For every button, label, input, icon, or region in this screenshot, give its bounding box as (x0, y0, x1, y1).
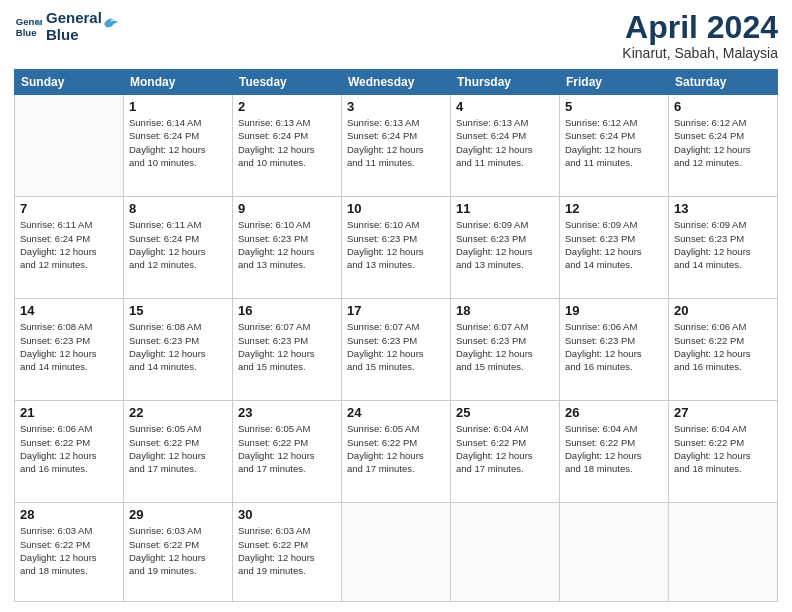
day-info: Sunrise: 6:05 AM Sunset: 6:22 PM Dayligh… (238, 422, 336, 475)
calendar-table: Sunday Monday Tuesday Wednesday Thursday… (14, 69, 778, 602)
day-number: 7 (20, 201, 118, 216)
day-number: 9 (238, 201, 336, 216)
logo: General Blue General Blue (14, 10, 120, 43)
calendar-cell (451, 503, 560, 602)
day-number: 16 (238, 303, 336, 318)
day-info: Sunrise: 6:06 AM Sunset: 6:22 PM Dayligh… (20, 422, 118, 475)
main-title: April 2024 (622, 10, 778, 45)
col-tuesday: Tuesday (233, 70, 342, 95)
day-number: 2 (238, 99, 336, 114)
day-number: 6 (674, 99, 772, 114)
logo-blue: Blue (46, 27, 102, 44)
day-info: Sunrise: 6:04 AM Sunset: 6:22 PM Dayligh… (456, 422, 554, 475)
day-info: Sunrise: 6:12 AM Sunset: 6:24 PM Dayligh… (674, 116, 772, 169)
day-info: Sunrise: 6:09 AM Sunset: 6:23 PM Dayligh… (456, 218, 554, 271)
day-info: Sunrise: 6:04 AM Sunset: 6:22 PM Dayligh… (674, 422, 772, 475)
subtitle: Kinarut, Sabah, Malaysia (622, 45, 778, 61)
calendar-cell: 12Sunrise: 6:09 AM Sunset: 6:23 PM Dayli… (560, 197, 669, 299)
day-info: Sunrise: 6:07 AM Sunset: 6:23 PM Dayligh… (456, 320, 554, 373)
col-wednesday: Wednesday (342, 70, 451, 95)
day-number: 30 (238, 507, 336, 522)
day-number: 20 (674, 303, 772, 318)
calendar-cell: 22Sunrise: 6:05 AM Sunset: 6:22 PM Dayli… (124, 401, 233, 503)
day-info: Sunrise: 6:05 AM Sunset: 6:22 PM Dayligh… (129, 422, 227, 475)
header: General Blue General Blue April 2024 Kin… (14, 10, 778, 61)
calendar-cell: 6Sunrise: 6:12 AM Sunset: 6:24 PM Daylig… (669, 95, 778, 197)
day-info: Sunrise: 6:12 AM Sunset: 6:24 PM Dayligh… (565, 116, 663, 169)
calendar-cell: 27Sunrise: 6:04 AM Sunset: 6:22 PM Dayli… (669, 401, 778, 503)
calendar-cell: 9Sunrise: 6:10 AM Sunset: 6:23 PM Daylig… (233, 197, 342, 299)
calendar-cell: 10Sunrise: 6:10 AM Sunset: 6:23 PM Dayli… (342, 197, 451, 299)
day-number: 27 (674, 405, 772, 420)
day-number: 19 (565, 303, 663, 318)
calendar-cell: 15Sunrise: 6:08 AM Sunset: 6:23 PM Dayli… (124, 299, 233, 401)
day-number: 4 (456, 99, 554, 114)
day-number: 17 (347, 303, 445, 318)
day-info: Sunrise: 6:13 AM Sunset: 6:24 PM Dayligh… (238, 116, 336, 169)
calendar-cell: 30Sunrise: 6:03 AM Sunset: 6:22 PM Dayli… (233, 503, 342, 602)
day-info: Sunrise: 6:11 AM Sunset: 6:24 PM Dayligh… (129, 218, 227, 271)
day-number: 26 (565, 405, 663, 420)
calendar-cell (669, 503, 778, 602)
calendar-cell: 26Sunrise: 6:04 AM Sunset: 6:22 PM Dayli… (560, 401, 669, 503)
calendar-cell: 20Sunrise: 6:06 AM Sunset: 6:22 PM Dayli… (669, 299, 778, 401)
calendar-cell: 28Sunrise: 6:03 AM Sunset: 6:22 PM Dayli… (15, 503, 124, 602)
calendar-cell: 24Sunrise: 6:05 AM Sunset: 6:22 PM Dayli… (342, 401, 451, 503)
logo-icon: General Blue (14, 13, 42, 41)
calendar-cell: 11Sunrise: 6:09 AM Sunset: 6:23 PM Dayli… (451, 197, 560, 299)
day-number: 12 (565, 201, 663, 216)
day-info: Sunrise: 6:11 AM Sunset: 6:24 PM Dayligh… (20, 218, 118, 271)
calendar-cell: 2Sunrise: 6:13 AM Sunset: 6:24 PM Daylig… (233, 95, 342, 197)
day-number: 18 (456, 303, 554, 318)
day-number: 24 (347, 405, 445, 420)
calendar-cell (15, 95, 124, 197)
col-friday: Friday (560, 70, 669, 95)
calendar-cell: 7Sunrise: 6:11 AM Sunset: 6:24 PM Daylig… (15, 197, 124, 299)
day-info: Sunrise: 6:09 AM Sunset: 6:23 PM Dayligh… (674, 218, 772, 271)
calendar-cell: 3Sunrise: 6:13 AM Sunset: 6:24 PM Daylig… (342, 95, 451, 197)
day-info: Sunrise: 6:07 AM Sunset: 6:23 PM Dayligh… (238, 320, 336, 373)
day-number: 14 (20, 303, 118, 318)
day-info: Sunrise: 6:05 AM Sunset: 6:22 PM Dayligh… (347, 422, 445, 475)
day-info: Sunrise: 6:10 AM Sunset: 6:23 PM Dayligh… (347, 218, 445, 271)
day-info: Sunrise: 6:03 AM Sunset: 6:22 PM Dayligh… (20, 524, 118, 577)
day-number: 23 (238, 405, 336, 420)
day-number: 3 (347, 99, 445, 114)
day-info: Sunrise: 6:14 AM Sunset: 6:24 PM Dayligh… (129, 116, 227, 169)
logo-bird-icon (102, 14, 120, 32)
day-number: 11 (456, 201, 554, 216)
calendar-cell: 21Sunrise: 6:06 AM Sunset: 6:22 PM Dayli… (15, 401, 124, 503)
col-monday: Monday (124, 70, 233, 95)
day-info: Sunrise: 6:08 AM Sunset: 6:23 PM Dayligh… (20, 320, 118, 373)
calendar-cell: 8Sunrise: 6:11 AM Sunset: 6:24 PM Daylig… (124, 197, 233, 299)
calendar-cell: 19Sunrise: 6:06 AM Sunset: 6:23 PM Dayli… (560, 299, 669, 401)
col-saturday: Saturday (669, 70, 778, 95)
day-number: 5 (565, 99, 663, 114)
day-info: Sunrise: 6:07 AM Sunset: 6:23 PM Dayligh… (347, 320, 445, 373)
calendar-cell: 18Sunrise: 6:07 AM Sunset: 6:23 PM Dayli… (451, 299, 560, 401)
day-info: Sunrise: 6:13 AM Sunset: 6:24 PM Dayligh… (456, 116, 554, 169)
day-info: Sunrise: 6:04 AM Sunset: 6:22 PM Dayligh… (565, 422, 663, 475)
day-number: 8 (129, 201, 227, 216)
calendar-cell (560, 503, 669, 602)
day-info: Sunrise: 6:03 AM Sunset: 6:22 PM Dayligh… (129, 524, 227, 577)
day-info: Sunrise: 6:10 AM Sunset: 6:23 PM Dayligh… (238, 218, 336, 271)
col-thursday: Thursday (451, 70, 560, 95)
title-block: April 2024 Kinarut, Sabah, Malaysia (622, 10, 778, 61)
day-number: 22 (129, 405, 227, 420)
day-info: Sunrise: 6:03 AM Sunset: 6:22 PM Dayligh… (238, 524, 336, 577)
calendar-cell: 14Sunrise: 6:08 AM Sunset: 6:23 PM Dayli… (15, 299, 124, 401)
day-info: Sunrise: 6:13 AM Sunset: 6:24 PM Dayligh… (347, 116, 445, 169)
page: General Blue General Blue April 2024 Kin… (0, 0, 792, 612)
calendar-cell: 13Sunrise: 6:09 AM Sunset: 6:23 PM Dayli… (669, 197, 778, 299)
calendar-cell: 1Sunrise: 6:14 AM Sunset: 6:24 PM Daylig… (124, 95, 233, 197)
day-info: Sunrise: 6:09 AM Sunset: 6:23 PM Dayligh… (565, 218, 663, 271)
day-info: Sunrise: 6:06 AM Sunset: 6:22 PM Dayligh… (674, 320, 772, 373)
day-number: 25 (456, 405, 554, 420)
day-info: Sunrise: 6:08 AM Sunset: 6:23 PM Dayligh… (129, 320, 227, 373)
col-sunday: Sunday (15, 70, 124, 95)
day-number: 29 (129, 507, 227, 522)
calendar-cell: 29Sunrise: 6:03 AM Sunset: 6:22 PM Dayli… (124, 503, 233, 602)
day-number: 21 (20, 405, 118, 420)
day-number: 10 (347, 201, 445, 216)
